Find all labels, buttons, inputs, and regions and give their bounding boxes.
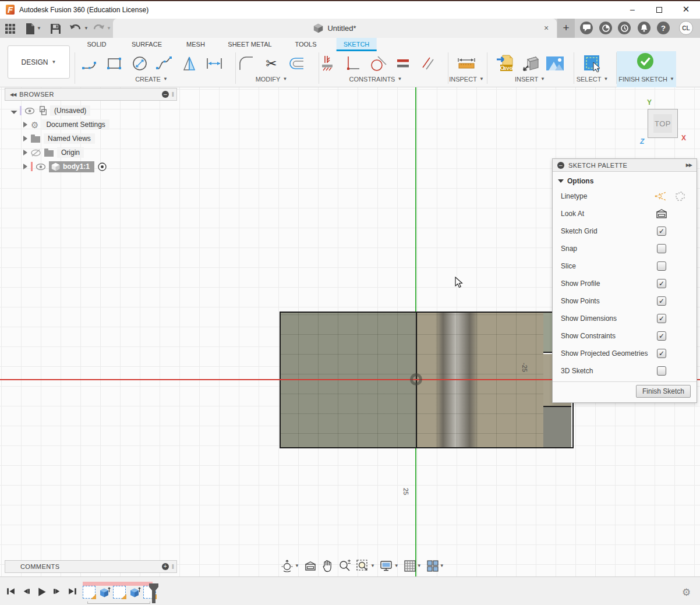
show-profile-checkbox[interactable] [657,279,666,288]
construction-linetype-icon[interactable] [655,191,667,201]
visibility-radio-icon[interactable] [98,162,107,171]
save-button[interactable] [51,22,61,35]
expand-arrow-icon[interactable] [23,150,27,155]
add-comment-icon[interactable]: + [162,563,169,570]
selected-body-chip[interactable]: body1:1 [49,161,94,172]
sketch-palette-header[interactable]: – SKETCH PALETTE ▶▶ [553,159,697,172]
mirror-tool-button[interactable] [179,53,200,74]
browser-row-body[interactable]: body1:1 [23,160,107,173]
eye-icon[interactable] [36,164,45,170]
equal-constraint-button[interactable] [393,53,413,74]
close-tab-icon[interactable]: × [542,23,551,33]
notifications-button[interactable] [638,22,650,34]
show-dimensions-checkbox[interactable] [657,314,666,323]
expand-arrow-icon[interactable] [23,136,27,141]
finish-sketch-button[interactable] [635,51,656,72]
dimension-label[interactable]: -25 [521,363,528,372]
eye-icon[interactable] [25,108,34,114]
close-button[interactable]: ✕ [673,1,699,19]
panel-display-toggle-icon[interactable]: – [162,91,169,98]
timeline-item-extrude[interactable] [98,586,111,599]
circle-tool-button[interactable] [129,53,150,74]
group-select[interactable]: SELECT▼ [577,76,609,83]
undo-button[interactable]: ▼ [69,22,89,35]
comments-header[interactable]: COMMENTS + ‖ [5,560,177,573]
insert-mesh-button[interactable] [520,53,541,74]
look-at-icon[interactable] [656,209,667,219]
tab-solid[interactable]: SOLID [80,38,113,51]
timeline-item-sketch[interactable] [83,586,96,599]
browser-row-label[interactable]: Document Settings [42,119,109,130]
snap-checkbox[interactable] [657,244,666,253]
job-status-button[interactable] [599,22,612,34]
file-menu-button[interactable]: ▼ [26,22,41,35]
grid-settings-button[interactable]: ▼ [404,560,422,572]
go-to-end-button[interactable] [68,586,77,596]
expand-panel-icon[interactable]: ▶▶ [686,162,692,168]
minimize-button[interactable]: – [620,1,645,19]
browser-row-label[interactable]: Named Views [44,133,95,144]
display-settings-button[interactable]: ▼ [380,560,399,572]
viewcube-face-top[interactable]: TOP [653,114,672,133]
panel-display-toggle-icon[interactable]: – [557,162,564,169]
sketch-grid-checkbox[interactable] [657,227,666,236]
browser-row-document-settings[interactable]: ⚙ Document Settings [23,118,109,131]
redo-button[interactable]: ▼ [92,22,111,35]
sketch-dimension-button[interactable] [204,53,225,74]
browser-row-origin[interactable]: Origin [23,146,84,159]
group-finish-sketch[interactable]: FINISH SKETCH▼ [618,76,674,83]
select-tool-button[interactable] [582,53,603,74]
line-tool-button[interactable] [80,53,101,74]
workspace-selector[interactable]: DESIGN ▼ [8,45,70,79]
centerline-linetype-icon[interactable] [674,191,686,201]
go-to-start-button[interactable] [6,586,16,596]
new-tab-button[interactable]: + [557,19,575,38]
play-button[interactable] [36,586,47,597]
measure-tool-button[interactable] [456,53,477,74]
panel-grip[interactable]: ‖ [172,564,174,570]
timeline-item-sketch[interactable] [113,586,126,599]
step-forward-button[interactable] [52,586,62,596]
insert-svg-button[interactable]: SVG [494,53,515,74]
tab-tools[interactable]: TOOLS [288,38,323,51]
browser-row-label[interactable]: (Unsaved) [50,105,90,116]
rectangle-tool-button[interactable] [104,53,125,74]
offset-tool-button[interactable] [286,53,307,74]
expand-arrow-icon[interactable] [10,107,17,114]
feedback-button[interactable] [580,22,593,34]
pan-button[interactable] [321,560,333,572]
help-button[interactable]: ? [657,22,670,34]
data-panel-toggle[interactable] [5,22,15,35]
viewports-button[interactable]: ▼ [427,560,444,572]
group-inspect[interactable]: INSPECT▼ [449,76,484,83]
spline-tool-button[interactable] [154,53,175,74]
browser-row-label[interactable]: Origin [57,147,84,158]
fix-constraint-button[interactable] [317,53,338,74]
browser-row-named-views[interactable]: Named Views [23,132,95,145]
collapse-panel-icon[interactable]: ◀◀ [10,92,16,97]
show-constraints-checkbox[interactable] [657,331,666,341]
fit-button[interactable]: ▼ [356,560,375,572]
group-create[interactable]: CREATE▼ [135,76,168,83]
parallel-constraint-button[interactable] [418,53,439,74]
3d-sketch-checkbox[interactable] [657,366,666,376]
zoom-button[interactable] [338,560,351,572]
viewcube[interactable]: TOP [648,109,678,138]
orbit-button[interactable]: ▼ [281,560,299,572]
group-constraints[interactable]: CONSTRAINTS▼ [349,76,402,83]
document-tab[interactable]: Untitled* × [113,19,557,38]
look-at-button[interactable] [305,561,316,571]
notification-center-button[interactable] [618,22,631,34]
slice-checkbox[interactable] [657,261,666,271]
tab-mesh[interactable]: MESH [179,38,212,51]
trim-tool-button[interactable]: ✂ [261,53,282,74]
timeline-position-marker[interactable] [149,583,158,605]
origin-point[interactable] [410,373,422,385]
group-insert[interactable]: INSERT▼ [515,76,545,83]
options-section-header[interactable]: Options [553,172,697,187]
tangent-constraint-button[interactable] [368,53,389,74]
browser-header[interactable]: ◀◀ BROWSER – ‖ [5,88,177,101]
tab-surface[interactable]: SURFACE [125,38,169,51]
group-modify[interactable]: MODIFY▼ [256,76,288,83]
show-points-checkbox[interactable] [657,296,666,306]
